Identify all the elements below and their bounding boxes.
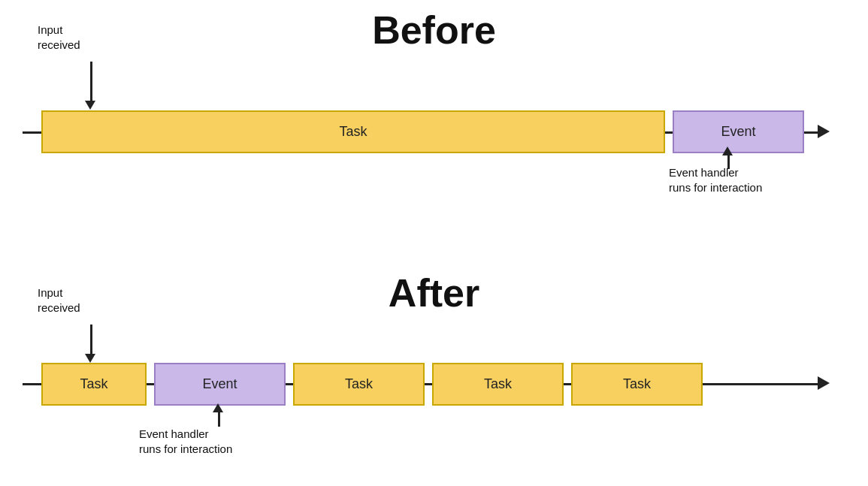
before-event-block: Event [673,110,804,153]
after-task1-block: Task [41,363,147,406]
before-input-label: Input received [38,23,80,53]
after-task4-block: Task [571,363,703,406]
after-input-arrow-line [90,325,92,356]
after-event-handler-label: Event handler runs for interaction [139,427,232,457]
before-input-arrowhead [85,101,95,110]
after-arrow-right [818,376,830,390]
after-task2-block: Task [293,363,425,406]
before-task-block: Task [41,110,665,153]
before-event-arrow-line [727,154,730,169]
after-task3-block: Task [432,363,564,406]
before-input-arrow-line [90,62,92,103]
before-title: Before [372,8,496,53]
after-event-arrow-line [218,412,220,427]
before-arrow-right [818,125,830,138]
before-event-handler-label: Event handler runs for interaction [669,165,762,196]
after-event-arrowhead [213,403,223,412]
after-input-label: Input received [38,285,80,316]
after-event-block: Event [154,363,286,406]
after-input-arrowhead [85,354,95,363]
after-title: After [389,270,479,315]
before-event-arrowhead [722,146,733,155]
diagram-container: Before Task Event Input received Event h… [0,0,868,486]
